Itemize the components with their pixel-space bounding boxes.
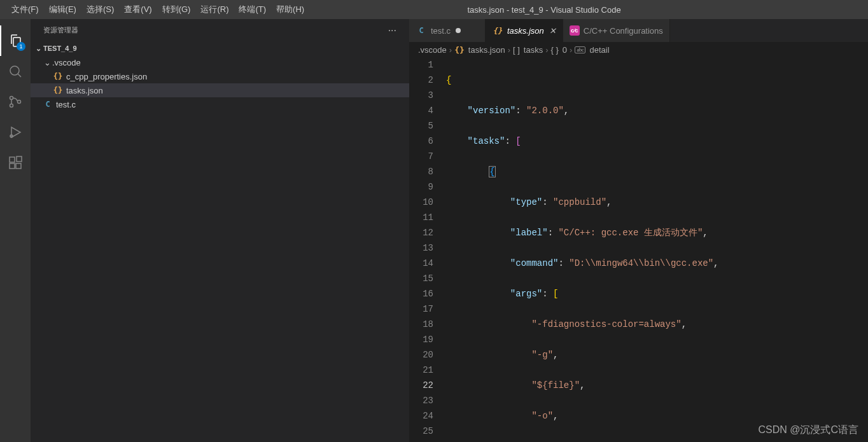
tab-configs[interactable]: c⁄c C/C++ Configurations — [563, 19, 670, 42]
svg-point-3 — [18, 100, 21, 104]
tree-file-testc[interactable]: C test.c — [31, 97, 409, 111]
titlebar: 文件(F) 编辑(E) 选择(S) 查看(V) 转到(G) 运行(R) 终端(T… — [0, 0, 868, 19]
menu-terminal[interactable]: 终端(T) — [234, 1, 271, 18]
breadcrumb-item[interactable]: 0 — [563, 45, 567, 55]
tree-folder-vscode[interactable]: ⌄ .vscode — [31, 55, 409, 69]
editor[interactable]: 1234567891011121314151617181920212223242… — [409, 57, 868, 442]
menu-select[interactable]: 选择(S) — [81, 1, 119, 18]
tab-label: test.c — [431, 26, 451, 36]
cpp-config-icon: c⁄c — [570, 25, 580, 36]
breadcrumb-item[interactable]: .vscode — [418, 45, 447, 55]
tree-file-tasks[interactable]: {} tasks.json — [31, 83, 409, 97]
sidebar-root-label: TEST_4_9 — [43, 45, 77, 52]
svg-point-1 — [10, 97, 13, 100]
chevron-down-icon: ⌄ — [42, 58, 52, 67]
tab-label: tasks.json — [507, 26, 544, 36]
tree-file-cpp-props[interactable]: {} c_cpp_properties.json — [31, 69, 409, 83]
tree-file-label: test.c — [56, 100, 76, 109]
sidebar-root[interactable]: ⌄ TEST_4_9 — [31, 41, 409, 55]
string-icon: abc — [575, 46, 585, 53]
unsaved-dot-icon — [456, 28, 461, 33]
editor-area: C test.c {} tasks.json ✕ c⁄c C/C++ Confi… — [409, 19, 868, 442]
c-file-icon: C — [42, 100, 53, 109]
chevron-right-icon: › — [508, 45, 510, 55]
menu-go[interactable]: 转到(G) — [157, 1, 196, 18]
menu-run[interactable]: 运行(R) — [195, 1, 234, 18]
explorer-icon[interactable]: 1 — [0, 25, 31, 56]
sidebar: 资源管理器 ··· ⌄ TEST_4_9 ⌄ .vscode {} c_cpp_… — [31, 19, 409, 442]
c-file-icon: C — [416, 26, 427, 35]
tab-testc[interactable]: C test.c — [409, 19, 486, 42]
activity-bar: 1 — [0, 19, 31, 442]
breadcrumb-item[interactable]: detail — [589, 45, 609, 55]
source-control-icon[interactable] — [0, 86, 31, 117]
breadcrumb-item[interactable]: tasks — [524, 45, 543, 55]
close-icon[interactable]: ✕ — [549, 26, 556, 36]
chevron-down-icon: ⌄ — [33, 45, 43, 53]
tree-file-label: c_cpp_properties.json — [66, 72, 147, 81]
json-file-icon: {} — [492, 26, 503, 35]
tab-label: C/C++ Configurations — [584, 26, 663, 36]
object-icon: { } — [551, 45, 559, 55]
tab-tasks[interactable]: {} tasks.json ✕ — [486, 19, 563, 42]
svg-rect-5 — [10, 157, 15, 162]
sidebar-title: 资源管理器 — [43, 25, 78, 35]
json-file-icon: {} — [454, 45, 465, 55]
svg-rect-7 — [16, 163, 21, 169]
svg-point-2 — [10, 104, 13, 107]
menu-help[interactable]: 帮助(H) — [271, 1, 309, 18]
svg-point-0 — [10, 66, 19, 75]
code-content[interactable]: { "version": "2.0.0", "tasks": [ { "type… — [446, 57, 868, 442]
file-tree: ⌄ .vscode {} c_cpp_properties.json {} ta… — [31, 55, 409, 442]
menu-bar: 文件(F) 编辑(E) 选择(S) 查看(V) 转到(G) 运行(R) 终端(T… — [0, 1, 309, 18]
breadcrumb[interactable]: .vscode › {} tasks.json › [ ] tasks › { … — [409, 42, 868, 57]
explorer-badge: 1 — [17, 42, 25, 51]
extensions-icon[interactable] — [0, 148, 31, 178]
chevron-right-icon: › — [570, 45, 572, 55]
chevron-right-icon: › — [545, 45, 548, 55]
array-icon: [ ] — [513, 45, 520, 55]
menu-view[interactable]: 查看(V) — [119, 1, 157, 18]
window-title: tasks.json - test_4_9 - Visual Studio Co… — [309, 5, 779, 15]
sidebar-more-icon[interactable]: ··· — [388, 25, 396, 36]
menu-edit[interactable]: 编辑(E) — [44, 1, 81, 18]
run-debug-icon[interactable] — [0, 117, 31, 148]
menu-file[interactable]: 文件(F) — [6, 1, 44, 18]
svg-rect-6 — [10, 163, 15, 169]
chevron-right-icon: › — [449, 45, 452, 55]
tree-file-label: tasks.json — [66, 86, 103, 95]
json-file-icon: {} — [52, 86, 64, 95]
json-file-icon: {} — [52, 72, 64, 81]
svg-rect-8 — [17, 156, 22, 162]
search-icon[interactable] — [0, 56, 31, 86]
tab-bar: C test.c {} tasks.json ✕ c⁄c C/C++ Confi… — [409, 19, 868, 42]
tree-folder-label: .vscode — [52, 58, 81, 67]
gutter: 1234567891011121314151617181920212223242… — [409, 57, 446, 442]
breadcrumb-item[interactable]: tasks.json — [468, 45, 505, 55]
